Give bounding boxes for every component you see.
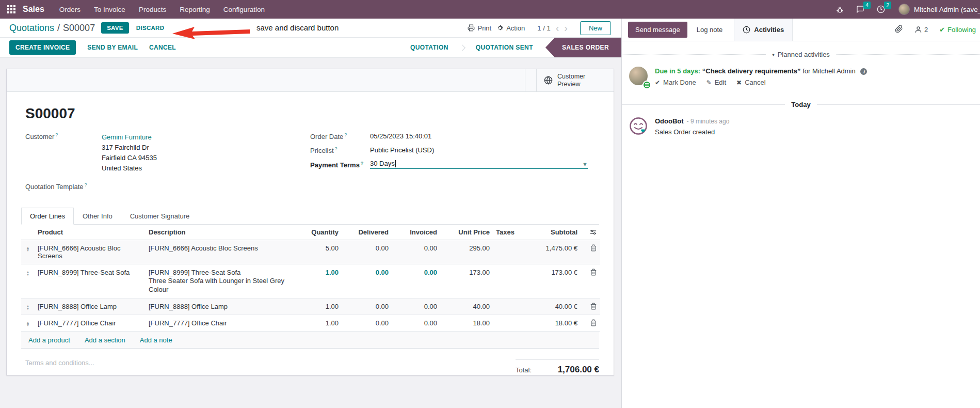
statusbar: CREATE INVOICE SEND BY EMAIL CANCEL QUOT… — [0, 38, 621, 58]
col-subtotal[interactable]: Subtotal — [524, 225, 581, 240]
menu-orders[interactable]: Orders — [53, 0, 87, 19]
dropdown-caret-icon[interactable]: ▼ — [582, 161, 588, 167]
help-marker: ? — [55, 132, 58, 137]
help-marker: ? — [361, 161, 364, 166]
add-a-note-link[interactable]: Add a note — [140, 336, 172, 344]
pager-previous-icon[interactable]: ‹ — [556, 24, 559, 32]
app-name[interactable]: Sales — [23, 5, 44, 14]
following-toggle[interactable]: ✔ Following — [939, 26, 976, 34]
new-button[interactable]: New — [580, 21, 611, 35]
user-menu[interactable]: Mitchell Admin (save_discar — [914, 6, 980, 13]
activities-count-badge: 2 — [884, 2, 891, 9]
tab-customer-signature[interactable]: Customer Signature — [121, 208, 199, 225]
terms-and-conditions-field[interactable]: Terms and conditions... — [25, 359, 94, 375]
payment-terms-field[interactable]: 30 Days ▼ — [370, 160, 588, 169]
annotation-text: save and discard button — [256, 23, 339, 32]
col-unit-price[interactable]: Unit Price — [440, 225, 493, 240]
info-icon[interactable]: i — [860, 68, 867, 75]
today-divider: Today — [622, 101, 980, 108]
activities-tab[interactable]: Activities — [734, 19, 793, 41]
message-author[interactable]: OdooBot — [655, 117, 684, 126]
pager-next-icon[interactable]: › — [564, 24, 568, 32]
odoobot-avatar — [629, 117, 648, 135]
breadcrumb-quotations[interactable]: Quotations — [9, 23, 54, 34]
menu-to-invoice[interactable]: To Invoice — [87, 0, 132, 19]
cell-invoiced: 0.00 — [392, 264, 440, 299]
delete-row-icon[interactable] — [584, 269, 597, 276]
create-invoice-button[interactable]: CREATE INVOICE — [9, 40, 76, 55]
stage-quotation[interactable]: QUOTATION — [400, 38, 459, 57]
delete-row-icon[interactable] — [584, 303, 597, 310]
debug-bug-icon[interactable] — [836, 6, 844, 13]
attachments-button[interactable] — [895, 25, 903, 35]
table-row[interactable]: ▲▼ [FURN_8999] Three-Seat Sofa [FURN_899… — [21, 264, 600, 299]
table-row[interactable]: ▲▼ [FURN_6666] Acoustic Bloc Screens [FU… — [21, 240, 600, 264]
cell-quantity: 1.00 — [295, 299, 342, 315]
table-row[interactable]: ▲▼ [FURN_7777] Office Chair [FURN_7777] … — [21, 315, 600, 332]
col-quantity[interactable]: Quantity — [295, 225, 342, 240]
activity-item: Due in 5 days: “Check delivery requireme… — [622, 66, 980, 87]
cell-invoiced: 0.00 — [392, 240, 440, 264]
messages-icon[interactable]: 4 — [856, 5, 864, 13]
drag-handle-icon[interactable]: ▲▼ — [24, 319, 31, 326]
today-label: Today — [785, 101, 816, 108]
clock-icon — [743, 26, 750, 34]
print-button[interactable]: Print — [468, 24, 491, 32]
customer-preview-button[interactable]: Customer Preview — [536, 69, 614, 91]
col-delivered[interactable]: Delivered — [342, 225, 392, 240]
add-a-product-link[interactable]: Add a product — [28, 336, 70, 344]
gear-icon — [496, 24, 504, 32]
control-panel: Quotations / S00007 SAVE DISCARD save an… — [0, 19, 621, 38]
add-a-section-link[interactable]: Add a section — [85, 336, 125, 344]
col-product[interactable]: Product — [35, 225, 146, 240]
menu-reporting[interactable]: Reporting — [173, 0, 217, 19]
tab-other-info[interactable]: Other Info — [74, 208, 121, 225]
globe-icon — [544, 76, 553, 85]
table-row[interactable]: ▲▼ [FURN_8888] Office Lamp [FURN_8888] O… — [21, 299, 600, 315]
cancel-activity-button[interactable]: ✖Cancel — [736, 78, 766, 87]
delete-row-icon[interactable] — [584, 319, 597, 326]
breadcrumb-current: S00007 — [63, 23, 95, 34]
followers-count: 2 — [924, 26, 928, 34]
discard-button[interactable]: DISCARD — [136, 25, 165, 31]
check-icon: ✔ — [939, 26, 945, 34]
followers-button[interactable]: 2 — [914, 26, 928, 34]
planned-activities-divider: ▾Planned activities — [622, 51, 980, 58]
mark-done-button[interactable]: ✔Mark Done — [655, 78, 696, 87]
cell-delivered: 0.00 — [342, 299, 392, 315]
menu-products[interactable]: Products — [132, 0, 173, 19]
cancel-button[interactable]: CANCEL — [149, 44, 176, 51]
action-button[interactable]: Action — [496, 24, 525, 32]
drag-handle-icon[interactable]: ▲▼ — [24, 269, 31, 276]
stage-quotation-sent[interactable]: QUOTATION SENT — [465, 38, 543, 57]
apps-grid-icon[interactable] — [7, 5, 15, 13]
send-by-email-button[interactable]: SEND BY EMAIL — [87, 44, 138, 51]
pricelist-value[interactable]: Public Pricelist (USD) — [370, 146, 434, 154]
col-invoiced[interactable]: Invoiced — [392, 225, 440, 240]
planned-activities-toggle[interactable]: ▾Planned activities — [766, 51, 836, 58]
drag-handle-icon[interactable]: ▲▼ — [24, 303, 31, 310]
drag-handle-icon[interactable]: ▲▼ — [24, 244, 31, 252]
activity-due: Due in 5 days: — [655, 67, 700, 75]
quotation-template-label: Quotation Template? — [25, 182, 102, 191]
activities-clock-icon[interactable]: 2 — [877, 5, 885, 13]
send-message-button[interactable]: Send message — [628, 22, 687, 38]
edit-activity-button[interactable]: ✎Edit — [706, 78, 726, 87]
customer-link[interactable]: Gemini Furniture — [102, 132, 157, 143]
col-taxes[interactable]: Taxes — [493, 225, 524, 240]
log-note-button[interactable]: Log note — [697, 26, 723, 34]
optional-columns-icon[interactable] — [584, 228, 597, 236]
tab-order-lines[interactable]: Order Lines — [21, 208, 74, 225]
user-avatar[interactable] — [898, 4, 910, 15]
menu-configuration[interactable]: Configuration — [217, 0, 271, 19]
cell-quantity: 1.00 — [295, 315, 342, 332]
total-separator — [516, 359, 599, 359]
total-label: Total: — [516, 366, 532, 374]
order-date-value[interactable]: 05/25/2023 15:40:01 — [370, 132, 431, 140]
save-button[interactable]: SAVE — [101, 22, 129, 34]
stage-sales-order-active[interactable]: SALES ORDER — [545, 38, 621, 57]
delete-row-icon[interactable] — [584, 244, 597, 252]
order-date-label: Order Date? — [310, 132, 370, 140]
cell-invoiced: 0.00 — [392, 299, 440, 315]
col-description[interactable]: Description — [146, 225, 295, 240]
